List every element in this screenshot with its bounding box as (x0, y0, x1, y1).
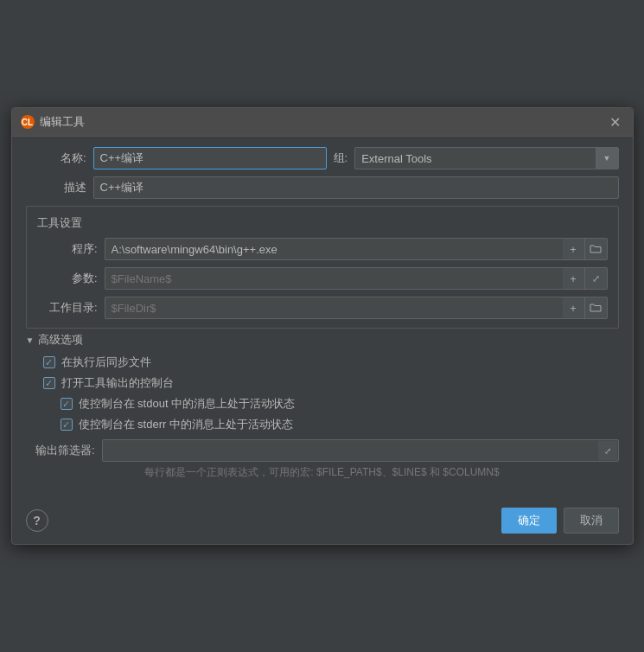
cb4-checkbox[interactable] (61, 419, 73, 431)
workdir-folder-button[interactable] (585, 297, 608, 319)
output-filter-input[interactable] (102, 439, 619, 462)
desc-label: 描述 (26, 180, 86, 195)
workdir-add-button[interactable]: + (563, 297, 585, 319)
name-group-row: 名称: 组: External Tools (26, 147, 619, 169)
params-input[interactable] (105, 267, 563, 290)
workdir-input-group: + (105, 297, 608, 319)
cancel-button[interactable]: 取消 (564, 508, 619, 534)
group-dropdown-arrow-icon[interactable] (596, 148, 618, 169)
params-expand-button[interactable]: ⤢ (585, 267, 608, 290)
desc-input[interactable] (93, 176, 619, 199)
ok-button[interactable]: 确定 (501, 508, 557, 534)
cb1-label: 在执行后同步文件 (61, 355, 151, 370)
group-select[interactable]: External Tools (354, 147, 618, 169)
params-add-button[interactable]: + (563, 267, 585, 290)
params-input-group: + ⤢ (105, 267, 608, 290)
dialog-title: 编辑工具 (40, 114, 85, 130)
desc-row: 描述 (26, 176, 619, 199)
tool-settings-section: 工具设置 程序: + 参数: (26, 206, 619, 329)
program-input[interactable] (105, 238, 563, 260)
advanced-header[interactable]: ▼ 高级选项 (26, 332, 619, 348)
cb3-row: 使控制台在 stdout 中的消息上处于活动状态 (61, 396, 619, 412)
output-filter-hint: 每行都是一个正则表达式，可用的宏: $FILE_PATH$、$LINE$ 和 $… (26, 465, 619, 480)
output-filter-input-wrap: ⤢ (102, 439, 619, 462)
cb1-row: 在执行后同步文件 (43, 355, 619, 370)
dialog-footer: ? 确定 取消 (12, 501, 633, 544)
name-label: 名称: (26, 150, 86, 166)
footer-buttons: 确定 取消 (501, 508, 619, 534)
program-input-group: + (105, 238, 608, 260)
output-filter-label: 输出筛选器: (26, 443, 95, 458)
advanced-label: 高级选项 (38, 332, 83, 348)
group-label: 组: (334, 150, 348, 166)
cb2-label: 打开工具输出的控制台 (61, 375, 174, 391)
collapse-arrow-icon: ▼ (26, 336, 35, 345)
workdir-folder-icon (590, 303, 602, 313)
output-expand-button[interactable]: ⤢ (598, 441, 617, 460)
name-input[interactable] (93, 147, 327, 169)
workdir-label: 工作目录: (37, 300, 98, 316)
params-label: 参数: (37, 271, 98, 286)
edit-tool-dialog: CL 编辑工具 ✕ 名称: 组: External Tools 描述 工具设置 (11, 107, 634, 545)
output-filter-row: 输出筛选器: ⤢ (26, 439, 619, 462)
help-button[interactable]: ? (26, 509, 48, 532)
titlebar: CL 编辑工具 ✕ (12, 108, 633, 137)
program-folder-button[interactable] (585, 238, 608, 260)
advanced-section: ▼ 高级选项 在执行后同步文件 打开工具输出的控制台 使控制台在 stdout … (26, 332, 619, 432)
workdir-row: 工作目录: + (37, 297, 608, 319)
cb4-row: 使控制台在 stderr 中的消息上处于活动状态 (61, 417, 619, 432)
title-left: CL 编辑工具 (21, 114, 85, 130)
workdir-input[interactable] (105, 297, 563, 319)
program-label: 程序: (37, 241, 98, 257)
cb2-row: 打开工具输出的控制台 (43, 375, 619, 391)
cb4-label: 使控制台在 stderr 中的消息上处于活动状态 (79, 417, 293, 432)
close-button[interactable]: ✕ (607, 113, 624, 131)
folder-icon (590, 244, 602, 254)
cb2-checkbox[interactable] (43, 377, 55, 389)
group-select-value: External Tools (355, 149, 595, 169)
dialog-body: 名称: 组: External Tools 描述 工具设置 程序: + (12, 137, 633, 501)
app-icon: CL (21, 115, 35, 129)
tool-settings-label: 工具设置 (37, 215, 608, 231)
program-row: 程序: + (37, 238, 608, 260)
cb1-checkbox[interactable] (43, 356, 55, 368)
params-row: 参数: + ⤢ (37, 267, 608, 290)
cb3-label: 使控制台在 stdout 中的消息上处于活动状态 (79, 396, 296, 412)
cb3-checkbox[interactable] (61, 398, 73, 410)
program-add-button[interactable]: + (563, 238, 585, 260)
